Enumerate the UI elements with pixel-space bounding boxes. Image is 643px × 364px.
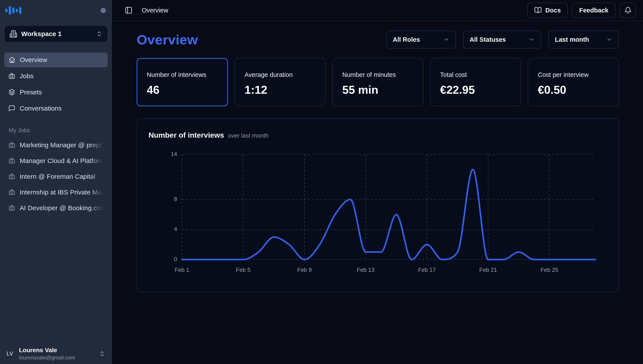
my-jobs-heading: My Jobs — [9, 127, 112, 134]
chart-subtitle: over last month — [228, 132, 268, 139]
stat-card-minutes[interactable]: Number of minutes 55 min — [332, 58, 423, 106]
briefcase-icon — [8, 142, 15, 148]
svg-text:4: 4 — [174, 226, 177, 232]
briefcase-icon — [8, 72, 15, 80]
job-item[interactable]: Internship at IBS Private Market — [4, 184, 108, 200]
chevrons-up-down-icon — [96, 30, 103, 37]
sidebar-nav: Overview Jobs Presets Conversations — [4, 53, 108, 116]
notifications-button[interactable] — [620, 2, 636, 18]
sidebar-item-label: Jobs — [20, 72, 34, 80]
page-head: Overview All Roles All Statuses Last mon… — [137, 30, 619, 48]
filters: All Roles All Statuses Last month — [386, 30, 619, 48]
svg-text:Feb 17: Feb 17 — [418, 266, 436, 273]
date-range-filter-value: Last month — [555, 36, 589, 43]
job-item-label: Internship at IBS Private Market — [20, 188, 104, 196]
svg-text:Feb 9: Feb 9 — [297, 266, 312, 273]
stat-value: €0.50 — [538, 83, 609, 96]
line-chart[interactable]: 04814Feb 1Feb 5Feb 9Feb 13Feb 17Feb 21Fe… — [182, 154, 595, 260]
workspace-selector[interactable]: Workspace 1 — [4, 26, 108, 42]
date-range-filter[interactable]: Last month — [548, 30, 619, 48]
job-item-label: AI Developer @ Booking.com — [20, 204, 104, 212]
chevron-down-icon — [529, 36, 535, 42]
breadcrumb: Overview — [142, 7, 168, 14]
briefcase-icon — [8, 173, 15, 180]
content: Overview All Roles All Statuses Last mon… — [112, 21, 643, 364]
sidebar-item-label: Presets — [20, 88, 42, 96]
svg-text:8: 8 — [174, 196, 177, 202]
briefcase-icon — [8, 157, 15, 164]
sidebar-logo-row — [0, 0, 112, 21]
feedback-label: Feedback — [579, 7, 608, 14]
stat-card-interviews[interactable]: Number of interviews 46 — [137, 58, 228, 106]
briefcase-icon — [8, 204, 15, 212]
sidebar-item-label: Overview — [20, 56, 47, 64]
stat-label: Total cost — [440, 71, 511, 78]
layers-icon — [8, 89, 15, 96]
stats-row: Number of interviews 46 Average duration… — [137, 58, 619, 106]
stat-label: Number of interviews — [147, 71, 218, 78]
user-menu[interactable]: LV Lourens Vale lourensvale@gmail.com — [0, 343, 112, 364]
logo-bar — [19, 7, 22, 14]
job-item[interactable]: Intern @ Foreman Capital — [4, 169, 108, 184]
panel-left-icon[interactable] — [125, 6, 133, 14]
chevron-down-icon — [443, 36, 449, 42]
statuses-filter-value: All Statuses — [470, 36, 506, 43]
logo-bar — [16, 9, 18, 12]
sidebar-item-jobs[interactable]: Jobs — [4, 69, 108, 83]
sidebar-item-label: Conversations — [20, 105, 62, 112]
waveform-logo-icon[interactable] — [5, 6, 22, 15]
job-item[interactable]: Manager Cloud & AI Platforms ( — [4, 153, 108, 169]
building-icon — [10, 30, 17, 38]
stat-card-cost-per-interview[interactable]: Cost per interview €0.50 — [528, 58, 619, 106]
sidebar-item-conversations[interactable]: Conversations — [4, 101, 108, 116]
roles-filter-value: All Roles — [393, 36, 420, 43]
svg-text:Feb 13: Feb 13 — [357, 266, 375, 273]
chevrons-up-down-icon — [99, 350, 105, 357]
job-item[interactable]: AI Developer @ Booking.com — [4, 200, 108, 216]
stat-value: 1:12 — [244, 83, 315, 96]
workspace-label: Workspace 1 — [21, 30, 92, 38]
status-dot — [101, 8, 106, 13]
svg-text:Feb 21: Feb 21 — [479, 266, 497, 273]
docs-button[interactable]: Docs — [527, 2, 568, 18]
bell-icon — [624, 6, 632, 14]
svg-text:Feb 5: Feb 5 — [236, 266, 251, 273]
interviews-chart-card: Number of interviews over last month 048… — [137, 118, 619, 292]
svg-text:Feb 1: Feb 1 — [175, 266, 189, 273]
logo-bar — [9, 6, 11, 15]
stat-label: Number of minutes — [342, 71, 413, 78]
docs-label: Docs — [545, 7, 561, 14]
job-item[interactable]: Marketing Manager @ preppito — [4, 137, 108, 153]
sidebar-item-presets[interactable]: Presets — [4, 85, 108, 100]
user-name: Lourens Vale — [19, 347, 93, 354]
svg-text:0: 0 — [174, 256, 177, 262]
job-item-label: Intern @ Foreman Capital — [20, 173, 104, 180]
topbar: Overview Docs Feedback — [112, 0, 643, 21]
avatar: LV — [7, 350, 13, 357]
stat-label: Average duration — [244, 71, 315, 78]
book-icon — [534, 6, 542, 14]
roles-filter[interactable]: All Roles — [386, 30, 456, 48]
briefcase-icon — [8, 189, 15, 196]
stat-value: 46 — [147, 83, 218, 96]
chart-title: Number of interviews — [149, 131, 224, 140]
feedback-button[interactable]: Feedback — [572, 2, 615, 18]
svg-text:14: 14 — [171, 151, 177, 157]
sidebar-item-overview[interactable]: Overview — [4, 53, 108, 67]
job-item-label: Marketing Manager @ preppito — [20, 141, 104, 149]
statuses-filter[interactable]: All Statuses — [463, 30, 541, 48]
user-email: lourensvale@gmail.com — [19, 354, 93, 361]
main-area: Overview Docs Feedback — [112, 0, 643, 364]
chevron-down-icon — [606, 36, 612, 42]
home-icon — [9, 56, 16, 63]
stat-card-avg-duration[interactable]: Average duration 1:12 — [234, 58, 326, 106]
svg-text:Feb 25: Feb 25 — [541, 266, 558, 273]
sidebar: Workspace 1 Overview Jobs — [0, 0, 112, 364]
chat-icon — [8, 105, 15, 112]
stat-label: Cost per interview — [538, 71, 609, 78]
stat-card-total-cost[interactable]: Total cost €22.95 — [430, 58, 521, 106]
app-window: Workspace 1 Overview Jobs — [0, 0, 643, 364]
page-title: Overview — [137, 32, 198, 48]
logo-bar — [12, 8, 15, 14]
my-jobs-list: Marketing Manager @ preppito Manager Clo… — [4, 137, 108, 216]
